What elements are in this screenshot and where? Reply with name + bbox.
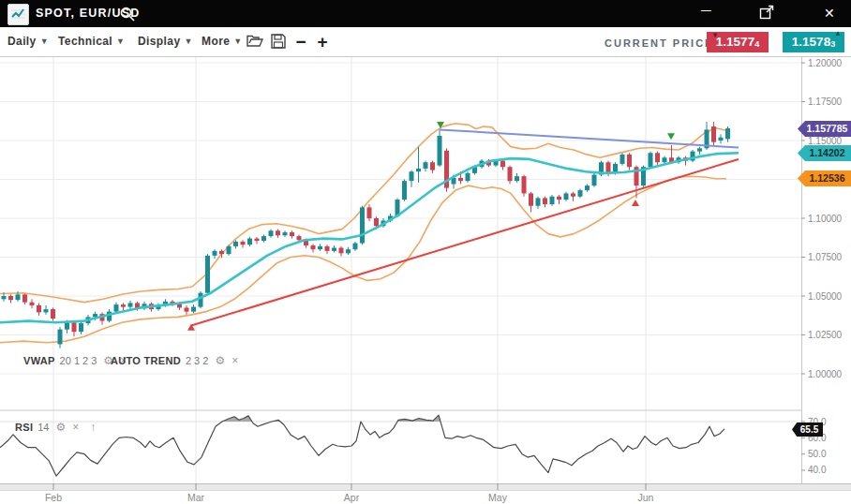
rsi-value-badge: 65.5 [792, 422, 823, 437]
close-icon[interactable]: × [231, 354, 238, 367]
price-chart-canvas[interactable]: 1.200001.175001.150001.125001.100001.075… [0, 0, 851, 504]
price-badge: 1.157785 [798, 121, 851, 137]
minimize-button[interactable]: ─ [701, 2, 711, 19]
title-bar: SPOT, EUR/USD ─ ✕ [0, 0, 851, 27]
price-badge: 1.12536 [798, 170, 851, 186]
menu-timeframe[interactable]: Daily▼ [7, 35, 49, 48]
chevron-down-icon: ▼ [185, 37, 193, 46]
price-tick-label: 1.20000 [808, 58, 843, 68]
price-tick-label: 1.15000 [808, 136, 843, 146]
close-icon[interactable]: ✕ [824, 5, 835, 22]
save-icon[interactable] [269, 32, 290, 52]
close-icon[interactable]: × [72, 421, 79, 434]
price-gridlines [0, 63, 801, 374]
month-label: Apr [344, 492, 360, 503]
price-tick-label: 1.05000 [808, 291, 843, 302]
price-tick-label: 1.10000 [808, 214, 843, 224]
rsi-tick-label: 50.0 [808, 449, 827, 459]
month-label: Jun [638, 492, 654, 503]
rsi-legend: RSI14⚙×↑ [15, 420, 97, 434]
current-price-label: CURRENT PRICE: [605, 37, 719, 49]
rsi-line [0, 415, 724, 476]
price-tick-label: 1.00000 [808, 369, 843, 379]
menu-display[interactable]: Display▼ [138, 35, 193, 48]
ask-price-badge[interactable]: 1.15783▲ [783, 32, 844, 52]
menu-more[interactable]: More▼ [202, 35, 243, 48]
zoom-in-button[interactable]: + [312, 32, 333, 52]
price-tick-label: 1.07500 [808, 252, 843, 262]
trend-line-down[interactable] [440, 129, 739, 147]
collapse-panel-icon[interactable]: ↑ [90, 420, 97, 434]
sell-marker-icon [437, 122, 444, 128]
chevron-down-icon: ▼ [40, 37, 49, 46]
chevron-down-icon: ▼ [116, 37, 125, 46]
open-folder-icon[interactable] [246, 32, 266, 52]
auto-trend-legend: AUTO TREND2 3 2⚙× [111, 354, 238, 367]
chevron-down-icon: ▼ [233, 37, 242, 46]
gear-icon[interactable]: ⚙ [215, 354, 225, 367]
price-badge: 1.14202 [798, 145, 851, 161]
gear-icon[interactable]: ⚙ [56, 421, 67, 434]
price-tick-label: 1.17500 [808, 96, 843, 107]
app-logo-icon [7, 4, 29, 25]
popout-button[interactable] [759, 5, 774, 24]
menu-technical[interactable]: Technical▼ [58, 35, 125, 48]
month-label: Feb [45, 492, 62, 503]
zoom-out-button[interactable]: − [291, 32, 311, 52]
time-axis[interactable]: FebMarAprMayJun [0, 483, 851, 503]
price-tick-label: 1.02500 [808, 330, 843, 340]
bid-price-badge[interactable]: ▼1.15774 [707, 32, 769, 52]
search-icon[interactable] [119, 6, 136, 22]
sell-marker-icon [667, 133, 675, 140]
rsi-tick-label: 40.0 [808, 465, 827, 475]
trend-line-up[interactable] [191, 159, 739, 326]
arrow-up-icon: ▲ [834, 23, 842, 44]
arrow-down-icon: ▼ [711, 25, 719, 46]
month-gridlines [53, 56, 646, 483]
buy-marker-icon [632, 200, 639, 206]
month-label: May [488, 492, 508, 503]
month-label: Mar [187, 492, 205, 503]
price-axis: 1.200001.175001.150001.125001.100001.075… [801, 58, 843, 476]
